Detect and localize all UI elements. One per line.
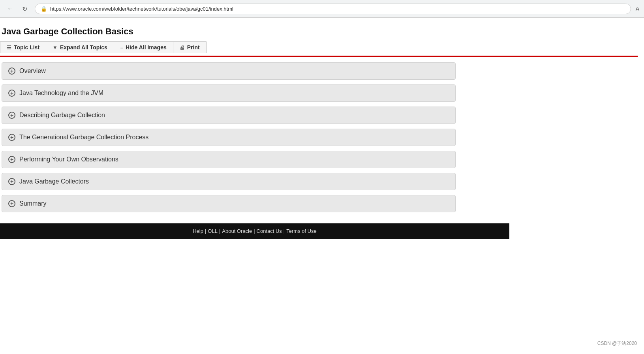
topic-list-button[interactable]: ☰ Topic List xyxy=(0,41,46,53)
hide-images-button[interactable]: – Hide All Images xyxy=(114,41,173,53)
topic-label: Java Technology and the JVM xyxy=(19,90,103,97)
hide-images-icon: – xyxy=(120,45,123,51)
footer-link-about-oracle[interactable]: About Oracle xyxy=(222,228,252,234)
lock-icon: 🔒 xyxy=(41,6,47,12)
browser-chrome: ← ↻ 🔒 https://www.oracle.com/webfolder/t… xyxy=(0,0,644,18)
footer-separator: | xyxy=(253,228,255,234)
topic-expand-icon: + xyxy=(8,134,15,141)
topic-item[interactable]: +Performing Your Own Observations xyxy=(2,151,456,168)
toolbar: ☰ Topic List ▼ Expand All Topics – Hide … xyxy=(0,40,638,57)
footer-link-help[interactable]: Help xyxy=(193,228,203,234)
address-bar[interactable]: 🔒 https://www.oracle.com/webfolder/techn… xyxy=(35,4,631,14)
page-footer: Help|OLL|About Oracle|Contact Us|Terms o… xyxy=(0,223,509,239)
topic-label: Overview xyxy=(19,67,46,75)
back-icon: ← xyxy=(7,5,13,12)
browser-nav: ← ↻ xyxy=(5,3,30,14)
topic-expand-icon: + xyxy=(8,156,15,163)
topic-label: Performing Your Own Observations xyxy=(19,156,118,163)
topic-item[interactable]: +Java Garbage Collectors xyxy=(2,173,456,190)
browser-right: A xyxy=(636,6,639,12)
reload-icon: ↻ xyxy=(22,5,27,13)
print-button[interactable]: 🖨 Print xyxy=(173,41,207,53)
topic-expand-icon: + xyxy=(8,112,15,119)
topic-expand-icon: + xyxy=(8,178,15,185)
font-icon: A xyxy=(636,6,639,12)
topic-label: The Generational Garbage Collection Proc… xyxy=(19,134,148,141)
footer-link-contact-us[interactable]: Contact Us xyxy=(257,228,282,234)
topic-expand-icon: + xyxy=(8,67,15,75)
topics-container: +Overview+Java Technology and the JVM+De… xyxy=(0,62,638,223)
expand-all-label: Expand All Topics xyxy=(60,44,107,51)
topic-list-label: Topic List xyxy=(14,44,39,51)
page-content: Java Garbage Collection Basics ☰ Topic L… xyxy=(0,18,644,354)
topic-expand-icon: + xyxy=(8,90,15,97)
topic-label: Summary xyxy=(19,200,46,207)
topic-item[interactable]: +The Generational Garbage Collection Pro… xyxy=(2,129,456,146)
topic-item[interactable]: +Summary xyxy=(2,195,456,212)
topic-item[interactable]: +Describing Garbage Collection xyxy=(2,107,456,124)
topic-expand-icon: + xyxy=(8,200,15,207)
expand-all-icon: ▼ xyxy=(53,45,58,51)
footer-separator: | xyxy=(205,228,206,234)
reload-button[interactable]: ↻ xyxy=(19,3,30,14)
expand-all-button[interactable]: ▼ Expand All Topics xyxy=(46,41,114,53)
topic-item[interactable]: +Java Technology and the JVM xyxy=(2,84,456,102)
topic-list-icon: ☰ xyxy=(7,45,11,51)
back-button[interactable]: ← xyxy=(5,3,16,14)
url-text: https://www.oracle.com/webfolder/technet… xyxy=(50,6,233,12)
print-label: Print xyxy=(187,44,200,51)
topic-label: Describing Garbage Collection xyxy=(19,112,105,119)
page-title: Java Garbage Collection Basics xyxy=(0,22,638,40)
footer-separator: | xyxy=(284,228,285,234)
footer-separator: | xyxy=(219,228,220,234)
footer-link-terms-of-use[interactable]: Terms of Use xyxy=(286,228,317,234)
topic-label: Java Garbage Collectors xyxy=(19,178,89,185)
hide-images-label: Hide All Images xyxy=(126,44,167,51)
print-icon: 🖨 xyxy=(180,45,185,51)
footer-link-oll[interactable]: OLL xyxy=(208,228,218,234)
topic-item[interactable]: +Overview xyxy=(2,62,456,80)
